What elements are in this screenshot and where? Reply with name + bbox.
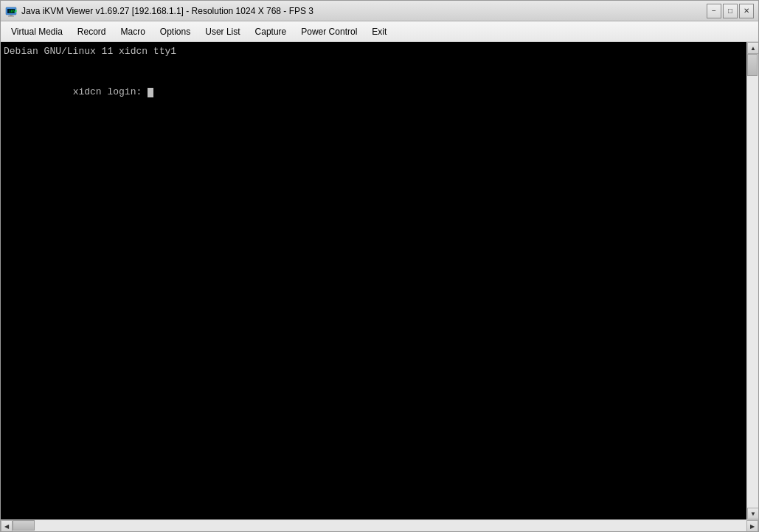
scroll-up-button[interactable]: ▲: [747, 42, 758, 54]
terminal-and-vscroll: Debian GNU/Linux 11 xidcn tty1 xidcn log…: [1, 42, 758, 519]
menu-power-control[interactable]: Power Control: [294, 24, 364, 40]
menu-user-list[interactable]: User List: [198, 24, 247, 40]
menu-exit[interactable]: Exit: [364, 24, 394, 40]
menu-options[interactable]: Options: [153, 24, 198, 40]
svg-rect-2: [10, 15, 13, 16]
close-button[interactable]: ✕: [739, 4, 754, 18]
scroll-track-v[interactable]: [747, 54, 758, 508]
vertical-scrollbar: ▲ ▼: [746, 42, 758, 519]
main-window: iKVM Java iKVM Viewer v1.69.27 [192.168.…: [0, 0, 759, 532]
terminal-line-1: Debian GNU/Linux 11 xidcn tty1: [4, 45, 744, 58]
maximize-button[interactable]: □: [723, 4, 738, 18]
app-icon: iKVM: [5, 5, 17, 17]
title-bar: iKVM Java iKVM Viewer v1.69.27 [192.168.…: [1, 1, 758, 21]
terminal-line-3: xidcn login:: [4, 72, 744, 112]
svg-rect-3: [8, 15, 14, 16]
minimize-button[interactable]: −: [707, 4, 721, 18]
horizontal-scrollbar: ◀ ▶: [1, 519, 758, 531]
content-area: Debian GNU/Linux 11 xidcn tty1 xidcn log…: [1, 42, 758, 531]
title-bar-text: Java iKVM Viewer v1.69.27 [192.168.1.1] …: [21, 6, 704, 16]
terminal-cursor: [148, 88, 153, 97]
terminal-line-2: [4, 58, 744, 72]
scroll-track-h[interactable]: [13, 520, 746, 531]
terminal[interactable]: Debian GNU/Linux 11 xidcn tty1 xidcn log…: [1, 42, 746, 519]
terminal-prompt: xidcn login:: [73, 86, 148, 97]
scroll-right-button[interactable]: ▶: [746, 520, 758, 531]
scroll-thumb-h[interactable]: [13, 520, 35, 531]
menu-virtual-media[interactable]: Virtual Media: [4, 24, 70, 40]
scroll-left-button[interactable]: ◀: [1, 520, 13, 531]
menu-macro[interactable]: Macro: [114, 24, 153, 40]
menu-record[interactable]: Record: [70, 24, 114, 40]
menu-bar: Virtual Media Record Macro Options User …: [1, 21, 758, 42]
content-wrapper: Debian GNU/Linux 11 xidcn tty1 xidcn log…: [1, 42, 758, 531]
scroll-down-button[interactable]: ▼: [747, 508, 758, 519]
svg-text:iKVM: iKVM: [9, 9, 17, 13]
menu-capture[interactable]: Capture: [248, 24, 294, 40]
scroll-thumb-v[interactable]: [747, 54, 758, 76]
title-bar-controls: − □ ✕: [707, 4, 754, 18]
